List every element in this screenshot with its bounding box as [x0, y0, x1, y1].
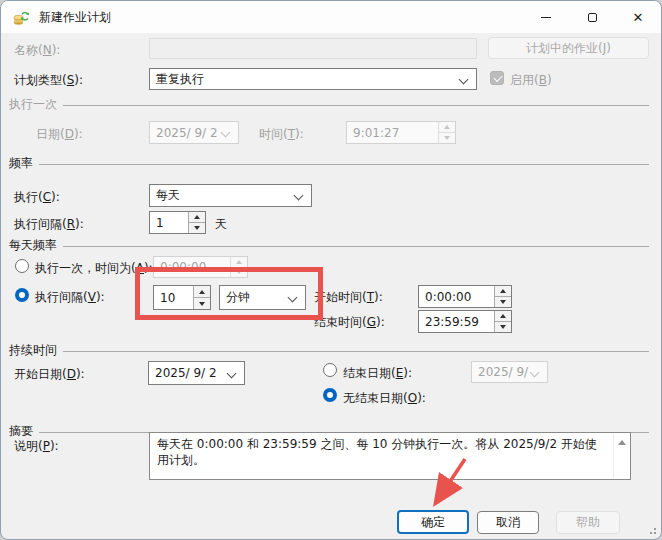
schedule-type-label: 计划类型(S): [14, 72, 83, 89]
enabled-checkbox [490, 71, 504, 85]
schedule-icon [13, 9, 30, 26]
chevron-down-icon [221, 128, 231, 138]
annotation-rect [135, 267, 323, 320]
resize-grip[interactable] [648, 526, 656, 534]
scrollbar[interactable] [613, 434, 629, 478]
chevron-down-icon [530, 367, 540, 377]
recurs-spinner[interactable]: 1 [149, 211, 206, 234]
divider [63, 351, 649, 352]
description-box: 每天在 0:00:00 和 23:59:59 之间、每 10 分钟执行一次。将从… [149, 432, 631, 480]
end-date-value: 2025/ 9/ 2 [472, 365, 531, 379]
spin-up-icon[interactable] [495, 311, 511, 321]
occurs-every-radio[interactable] [15, 288, 29, 302]
enabled-label: 启用(B) [510, 72, 552, 89]
close-icon: ✕ [633, 11, 644, 24]
occurs-label: 执行(C): [14, 189, 60, 206]
no-end-date-radio[interactable] [323, 388, 337, 402]
ending-at-value: 23:59:59 [419, 315, 485, 329]
spin-up-icon[interactable] [495, 286, 511, 296]
starting-at-label: 开始时间(T): [314, 289, 383, 306]
description-label: 说明(P): [14, 438, 59, 455]
time-spinner: 9:01:27 [346, 121, 456, 144]
description-text: 每天在 0:00:00 和 23:59:59 之间、每 10 分钟执行一次。将从… [157, 436, 608, 468]
cancel-button[interactable]: 取消 [477, 511, 539, 534]
section-one-time: 执行一次 [9, 96, 649, 113]
spin-down-icon[interactable] [495, 296, 511, 307]
chevron-down-icon [459, 74, 469, 84]
time-value: 9:01:27 [347, 126, 405, 140]
date-value: 2025/ 9/ 2 [150, 126, 222, 140]
spin-down-icon[interactable] [495, 321, 511, 332]
recurs-unit-label: 天 [215, 216, 227, 233]
schedule-type-select[interactable]: 重复执行 [149, 68, 477, 90]
start-date-value: 2025/ 9/ 2 [149, 366, 223, 380]
occurs-every-label: 执行间隔(V): [35, 289, 105, 306]
divider [63, 246, 649, 247]
starting-at-value: 0:00:00 [419, 290, 477, 304]
spin-up-icon [231, 257, 247, 267]
starting-at-spinner[interactable]: 0:00:00 [418, 285, 512, 308]
duration-header: 持续时间 [9, 342, 57, 359]
titlebar: 新建作业计划 ✕ [1, 1, 661, 33]
spin-up-icon[interactable] [189, 212, 205, 222]
spin-up-icon [439, 122, 455, 132]
ending-at-label: 结束时间(G): [314, 314, 385, 331]
no-end-date-label: 无结束日期(O): [343, 390, 426, 407]
ok-button[interactable]: 确定 [397, 510, 469, 534]
end-date-select: 2025/ 9/ 2 [471, 361, 548, 383]
minimize-icon [541, 17, 551, 18]
occurs-value: 每天 [150, 187, 186, 204]
chevron-down-icon [227, 368, 237, 378]
name-input [149, 38, 477, 59]
occurs-select[interactable]: 每天 [149, 184, 312, 207]
start-date-label: 开始日期(D): [14, 366, 85, 383]
schedule-type-value: 重复执行 [150, 71, 210, 88]
one-time-header: 执行一次 [9, 96, 57, 113]
maximize-icon [588, 13, 597, 22]
end-date-radio[interactable] [323, 363, 337, 377]
date-label: 日期(D): [36, 126, 83, 143]
frequency-header: 频率 [9, 155, 33, 172]
minimize-button[interactable] [523, 1, 569, 33]
new-job-schedule-dialog: 新建作业计划 ✕ 名称(N): 计划中的作业(J) 计划类型(S): 重复执行 … [0, 0, 662, 540]
recurs-label: 执行间隔(R): [14, 216, 84, 233]
help-button: 帮助 [556, 511, 620, 534]
chevron-down-icon [294, 191, 304, 201]
annotation-arrow [413, 451, 475, 513]
divider [39, 164, 649, 165]
section-duration: 持续时间 [9, 342, 649, 359]
close-button[interactable]: ✕ [615, 1, 661, 33]
start-date-select[interactable]: 2025/ 9/ 2 [148, 361, 245, 385]
ending-at-spinner[interactable]: 23:59:59 [418, 310, 512, 333]
occurs-once-radio[interactable] [15, 259, 29, 273]
maximize-button[interactable] [569, 1, 615, 33]
jobs-in-schedule-button: 计划中的作业(J) [488, 37, 649, 59]
end-date-label: 结束日期(E): [343, 365, 412, 382]
date-select: 2025/ 9/ 2 [149, 121, 239, 144]
recurs-value: 1 [150, 216, 170, 230]
scroll-up-icon[interactable] [618, 440, 626, 445]
spin-down-icon[interactable] [189, 222, 205, 233]
time-label: 时间(T): [259, 126, 304, 143]
daily-frequency-header: 每天频率 [9, 237, 57, 254]
spin-down-icon [439, 132, 455, 143]
section-daily-frequency: 每天频率 [9, 237, 649, 254]
section-frequency: 频率 [9, 155, 649, 172]
window-title: 新建作业计划 [39, 9, 111, 26]
divider [63, 105, 649, 106]
name-label: 名称(N): [14, 42, 60, 59]
